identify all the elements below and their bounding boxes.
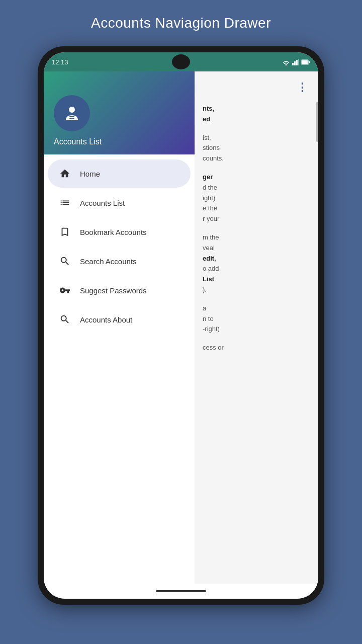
bg-text-block-4: m thevealedit,o addList). [201, 228, 312, 299]
svg-rect-2 [296, 60, 298, 65]
bg-text-block-6: cess or [201, 339, 312, 357]
menu-item-bookmark-accounts-label: Bookmark Accounts [80, 228, 147, 236]
main-content: ⋮ nts,ed ist,stionscounts. gerd theight)… [44, 71, 318, 584]
status-time: 12:13 [52, 58, 68, 66]
scrollbar[interactable] [316, 102, 318, 142]
svg-rect-1 [294, 61, 296, 65]
page-title: Accounts Naviagion Drawer [91, 15, 271, 31]
svg-rect-0 [292, 63, 294, 65]
three-dots-menu[interactable]: ⋮ [297, 81, 308, 94]
battery-icon [301, 59, 310, 65]
notch [172, 54, 190, 69]
list-icon [58, 196, 72, 210]
phone-screen: 12:13 [44, 52, 318, 599]
drawer-title: Accounts List [54, 137, 102, 146]
menu-item-home[interactable]: Home [48, 159, 191, 188]
menu-item-accounts-about-label: Accounts About [80, 315, 132, 324]
menu-item-bookmark-accounts[interactable]: Bookmark Accounts [48, 218, 191, 246]
svg-rect-5 [302, 60, 308, 64]
drawer-avatar [54, 95, 90, 131]
bookmark-icon [58, 225, 72, 239]
phone-frame: 12:13 [38, 46, 324, 605]
svg-rect-9 [69, 118, 74, 119]
bg-text-block-3: gerd theight)e ther your [201, 168, 312, 228]
wifi-icon [282, 59, 290, 65]
bg-text-block-5: an to-right) [201, 299, 312, 339]
menu-item-suggest-passwords-label: Suggest Passwords [80, 286, 147, 295]
home-icon [58, 167, 72, 181]
bg-header: ⋮ [201, 75, 312, 100]
svg-rect-8 [69, 116, 74, 117]
home-bar [156, 590, 206, 592]
search-icon-1 [58, 254, 72, 268]
menu-item-accounts-about[interactable]: Accounts About [48, 305, 191, 334]
drawer-header: Accounts List [44, 71, 195, 154]
bg-text-block-1: nts,ed [201, 100, 312, 129]
navigation-drawer: Accounts List Home [44, 71, 195, 584]
menu-item-search-accounts[interactable]: Search Accounts [48, 247, 191, 275]
menu-item-accounts-list-label: Accounts List [80, 199, 125, 207]
svg-rect-6 [309, 61, 310, 63]
avatar-icon [62, 103, 82, 123]
home-indicator [44, 584, 318, 599]
status-right-icons [282, 59, 310, 65]
search-icon-2 [58, 312, 72, 327]
key-icon [58, 283, 72, 297]
background-content: ⋮ nts,ed ist,stionscounts. gerd theight)… [195, 71, 318, 584]
menu-item-search-accounts-label: Search Accounts [80, 257, 137, 266]
bg-text-block-2: ist,stionscounts. [201, 129, 312, 168]
svg-rect-3 [298, 59, 299, 65]
status-bar: 12:13 [44, 52, 318, 71]
drawer-menu: Home Accounts List [44, 154, 195, 584]
signal-icon [292, 59, 299, 65]
menu-item-accounts-list[interactable]: Accounts List [48, 189, 191, 217]
svg-point-7 [69, 107, 75, 113]
menu-item-home-label: Home [80, 170, 100, 178]
menu-item-suggest-passwords[interactable]: Suggest Passwords [48, 276, 191, 304]
